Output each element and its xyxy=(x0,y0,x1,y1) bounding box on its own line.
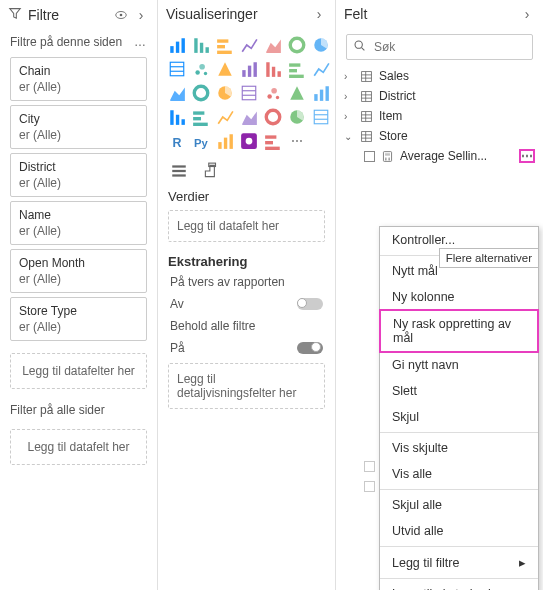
table-row[interactable]: ›Item xyxy=(340,106,539,126)
filter-card[interactable]: Store Typeer (Alle) xyxy=(10,297,147,341)
add-page-filters[interactable]: Legg til datafelter her xyxy=(10,353,147,389)
viz-type-icon[interactable] xyxy=(166,58,188,80)
viz-type-icon[interactable] xyxy=(238,106,260,128)
svg-rect-62 xyxy=(172,174,186,176)
viz-type-icon[interactable] xyxy=(310,106,332,128)
visualizations-pane: Visualiseringer › RPy⋯ Verdier Legg til … xyxy=(158,0,336,590)
viz-type-icon[interactable] xyxy=(214,106,236,128)
svg-rect-19 xyxy=(242,70,245,77)
menu-item[interactable]: Slett xyxy=(380,378,538,404)
svg-rect-4 xyxy=(182,38,185,53)
menu-item-label: Kontroller... xyxy=(392,233,455,247)
menu-item-label: Skjul xyxy=(392,410,419,424)
table-row[interactable]: ›District xyxy=(340,86,539,106)
viz-type-icon[interactable] xyxy=(238,82,260,104)
viz-type-icon[interactable] xyxy=(214,130,236,152)
viz-type-icon[interactable] xyxy=(262,58,284,80)
filter-card[interactable]: Chainer (Alle) xyxy=(10,57,147,101)
viz-type-icon[interactable] xyxy=(190,106,212,128)
viz-type-icon[interactable] xyxy=(166,34,188,56)
svg-point-16 xyxy=(195,70,200,75)
cross-report-toggle[interactable] xyxy=(297,298,323,310)
viz-type-icon[interactable] xyxy=(238,58,260,80)
chevron-right-icon[interactable]: › xyxy=(133,7,149,23)
viz-type-icon[interactable] xyxy=(238,130,260,152)
viz-type-icon[interactable] xyxy=(262,130,284,152)
viz-more-icon[interactable]: ⋯ xyxy=(286,130,308,152)
filter-name: Store Type xyxy=(19,304,138,318)
search-icon xyxy=(353,39,366,55)
viz-type-icon[interactable] xyxy=(214,82,236,104)
viz-type-icon[interactable] xyxy=(310,82,332,104)
viz-type-icon[interactable] xyxy=(238,34,260,56)
viz-type-icon[interactable] xyxy=(286,106,308,128)
fields-search[interactable] xyxy=(346,34,533,60)
viz-type-icon[interactable] xyxy=(214,34,236,56)
svg-rect-83 xyxy=(385,153,390,155)
svg-rect-61 xyxy=(172,170,186,172)
svg-rect-10 xyxy=(217,51,232,54)
table-name: Store xyxy=(379,129,408,143)
viz-type-icon[interactable] xyxy=(190,34,212,56)
field-checkbox[interactable] xyxy=(364,481,375,492)
viz-type-icon[interactable] xyxy=(310,34,332,56)
viz-type-icon[interactable] xyxy=(310,58,332,80)
menu-item[interactable]: Gi nytt navn xyxy=(380,352,538,378)
filter-card[interactable]: Cityer (Alle) xyxy=(10,105,147,149)
more-icon[interactable]: … xyxy=(134,35,147,49)
field-row[interactable]: Average Sellin...⋯ xyxy=(340,146,539,166)
chevron-right-icon[interactable]: › xyxy=(519,6,535,22)
svg-rect-78 xyxy=(362,131,372,141)
keep-filters-toggle[interactable] xyxy=(297,342,323,354)
view-icon[interactable] xyxy=(113,8,129,22)
drill-dropzone[interactable]: Legg til detaljvisningsfelter her xyxy=(168,363,325,409)
svg-rect-37 xyxy=(320,90,323,101)
menu-item[interactable]: Vis skjulte xyxy=(380,435,538,461)
viz-type-icon[interactable] xyxy=(190,58,212,80)
chevron-right-icon[interactable]: › xyxy=(311,6,327,22)
menu-item[interactable]: Legg til ekstrahering xyxy=(380,581,538,590)
viz-type-icon[interactable] xyxy=(286,82,308,104)
viz-type-icon[interactable] xyxy=(286,34,308,56)
menu-item[interactable]: Legg til filtre▸ xyxy=(380,549,538,576)
menu-item[interactable]: Skjul alle xyxy=(380,492,538,518)
table-row[interactable]: ›Sales xyxy=(340,66,539,86)
svg-rect-44 xyxy=(193,123,208,126)
fields-tab-icon[interactable] xyxy=(170,162,188,183)
viz-type-icon[interactable] xyxy=(262,106,284,128)
menu-item[interactable]: Ny rask oppretting av mål xyxy=(379,309,539,353)
table-row[interactable]: ⌄Store xyxy=(340,126,539,146)
search-input[interactable] xyxy=(372,39,526,55)
viz-type-icon[interactable] xyxy=(166,82,188,104)
viz-type-icon[interactable] xyxy=(262,82,284,104)
filter-value: er (Alle) xyxy=(19,80,138,94)
svg-rect-82 xyxy=(383,151,391,161)
chevron-right-icon: › xyxy=(344,111,354,122)
filter-card[interactable]: Nameer (Alle) xyxy=(10,201,147,245)
viz-type-icon[interactable]: Py xyxy=(190,130,212,152)
svg-rect-60 xyxy=(172,165,186,167)
menu-item[interactable]: Ny kolonne xyxy=(380,284,538,310)
values-dropzone[interactable]: Legg til datafelt her xyxy=(168,210,325,242)
menu-item[interactable]: Skjul xyxy=(380,404,538,430)
field-checkbox[interactable] xyxy=(364,461,375,472)
svg-rect-27 xyxy=(289,75,304,78)
viz-type-icon[interactable] xyxy=(166,106,188,128)
viz-type-icon[interactable] xyxy=(262,34,284,56)
svg-rect-24 xyxy=(278,71,281,77)
viz-type-icon[interactable] xyxy=(190,82,212,104)
menu-item[interactable]: Vis alle xyxy=(380,461,538,487)
viz-type-icon[interactable] xyxy=(286,58,308,80)
filter-card[interactable]: Open Monther (Alle) xyxy=(10,249,147,293)
format-tab-icon[interactable] xyxy=(202,162,220,183)
filter-card[interactable]: Districter (Alle) xyxy=(10,153,147,197)
svg-rect-38 xyxy=(326,86,329,101)
svg-point-84 xyxy=(385,157,386,158)
field-more-icon[interactable]: ⋯ xyxy=(519,149,535,163)
svg-rect-66 xyxy=(362,71,372,81)
add-all-filters[interactable]: Legg til datafelt her xyxy=(10,429,147,465)
viz-type-icon[interactable] xyxy=(214,58,236,80)
viz-type-icon[interactable]: R xyxy=(166,130,188,152)
menu-item[interactable]: Utvid alle xyxy=(380,518,538,544)
field-checkbox[interactable] xyxy=(364,151,375,162)
